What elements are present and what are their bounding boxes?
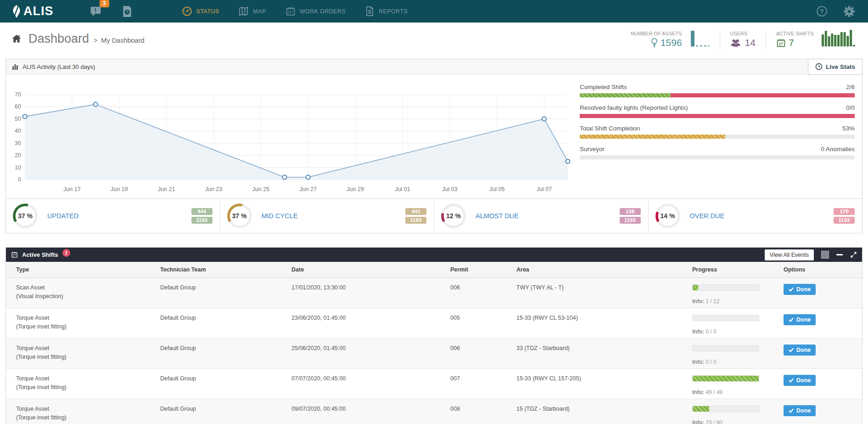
svg-text:70: 70 <box>15 91 21 98</box>
nav-item-map[interactable]: MAP <box>238 6 266 17</box>
breadcrumb-bar: Dashboard > My Dashboard NUMBER OF ASSET… <box>0 23 868 55</box>
gauge-card: 14 %OVER DUE1701193 <box>648 199 862 233</box>
cell-technician-team: Default Group <box>160 369 291 399</box>
cell-area: 33 (TDZ - Starboard) <box>516 339 692 368</box>
alis-logo[interactable]: ALIS <box>11 4 54 18</box>
svg-text:Jun 21: Jun 21 <box>158 186 175 192</box>
page-title[interactable]: Dashboard <box>28 32 89 46</box>
progress-info: Info: 0 / 0 <box>692 358 784 367</box>
cell-permit: 008 <box>450 399 516 424</box>
live-stat-label: Total Shift Completion <box>580 125 640 132</box>
stat-bar-segment <box>580 93 671 97</box>
expand-icon[interactable] <box>850 251 857 258</box>
gauge-label-link[interactable]: UPDATED <box>47 212 191 220</box>
lightbulb-icon <box>651 38 658 48</box>
clock-icon <box>815 63 823 70</box>
svg-text:10: 10 <box>15 164 21 171</box>
gauge-total-badge: 1193 <box>834 217 855 224</box>
help-icon[interactable]: ? <box>816 6 828 17</box>
cell-permit: 006 <box>450 278 516 308</box>
cell-date: 17/01/2020, 13:30:00 <box>291 278 450 308</box>
nav-item-status[interactable]: STATUS <box>182 6 219 17</box>
active-shifts-count-badge[interactable]: 7 <box>62 249 70 257</box>
stat-active-shifts: ACTIVE SHIFTS 7 <box>776 31 814 48</box>
progress-fill <box>693 376 759 381</box>
svg-text:Jun 27: Jun 27 <box>299 186 317 192</box>
done-button[interactable]: Done <box>784 345 816 356</box>
live-stat-value: 53% <box>842 125 855 132</box>
breadcrumb-separator: > <box>94 37 97 44</box>
cell-date: 09/07/2020, 00:45:00 <box>291 399 450 424</box>
gauge-badges: 1381193 <box>620 208 641 224</box>
progress-bar <box>692 375 759 382</box>
gauge-label-link[interactable]: ALMOST DUE <box>476 212 620 220</box>
svg-text:Jun 25: Jun 25 <box>252 186 270 192</box>
svg-text:Jun 29: Jun 29 <box>347 186 364 192</box>
report-clock-icon[interactable] <box>122 6 132 17</box>
live-stat-label: Resolved faulty lights (Reported Lights) <box>580 104 688 111</box>
stat-bar-segment <box>725 135 855 139</box>
bar-chart-icon <box>12 63 18 70</box>
stat-number-of-assets: NUMBER OF ASSETS 1596 <box>631 31 682 48</box>
live-stat-value: 2/6 <box>846 84 855 90</box>
cell-technician-team: Default Group <box>160 339 291 368</box>
shift-table-row[interactable]: Torque Asset(Torque inset fitting)Defaul… <box>6 399 862 424</box>
gauge-label-link[interactable]: OVER DUE <box>690 212 834 220</box>
cell-technician-team: Default Group <box>160 278 291 308</box>
col-header-area: Area <box>516 266 692 273</box>
col-header-date: Date <box>291 266 450 273</box>
panel-legend-square-icon[interactable] <box>821 251 829 259</box>
breadcrumb-subtitle[interactable]: My Dashboard <box>101 37 144 44</box>
gauge-percent: 12 % <box>441 203 466 229</box>
live-stat-value: 0 Anomalies <box>821 146 855 153</box>
nav-item-work-orders[interactable]: WORK ORDERS <box>286 6 346 17</box>
gauge-badges: 4411193 <box>405 208 426 224</box>
gauge-donut: 37 % <box>12 203 38 229</box>
live-stat-row: Total Shift Completion53% <box>580 125 855 139</box>
done-button[interactable]: Done <box>784 405 816 416</box>
assets-sparkline <box>689 29 710 48</box>
notifications-chat-icon[interactable]: ! 3 <box>90 6 102 17</box>
svg-text:?: ? <box>820 8 823 15</box>
shift-table-row[interactable]: Torque Asset(Torque inset fitting)Defaul… <box>6 369 862 399</box>
main-nav: STATUS MAP WORK ORDERS REPORTS <box>182 6 427 17</box>
active-shifts-title: Active Shifts <box>22 251 58 258</box>
gauge-total-badge: 1193 <box>191 217 213 224</box>
live-stat-label: Completed Shifts <box>580 84 627 90</box>
live-stats-button[interactable]: Live Stats <box>808 59 862 75</box>
done-button[interactable]: Done <box>784 284 816 295</box>
shift-table-row[interactable]: Torque Asset(Torque inset fitting)Defaul… <box>6 308 862 339</box>
cell-technician-team: Default Group <box>160 399 291 424</box>
cell-area: 15-33 (RWY CL 157-205) <box>516 369 692 399</box>
shift-table-row[interactable]: Scan Asset(Visual Inspection)Default Gro… <box>6 278 862 308</box>
settings-gear-icon[interactable] <box>843 6 855 17</box>
home-icon[interactable] <box>11 33 22 44</box>
shift-table-row[interactable]: Torque Asset(Torque inset fitting)Defaul… <box>6 339 862 369</box>
svg-text:Jul 07: Jul 07 <box>537 186 552 192</box>
cell-type: Torque Asset(Torque inset fitting) <box>6 369 160 399</box>
live-stat-row: Completed Shifts2/6 <box>580 84 855 97</box>
cell-progress: Info: 49 / 49 <box>692 369 784 399</box>
shifts-table-body: Scan Asset(Visual Inspection)Default Gro… <box>6 278 862 424</box>
stat-bar-segment <box>580 114 855 118</box>
stat-bar-segment <box>580 135 725 139</box>
svg-text:Jun 19: Jun 19 <box>111 186 128 192</box>
done-button[interactable]: Done <box>784 314 816 325</box>
cell-progress: Info: 15 / 60 <box>692 399 784 424</box>
progress-info: Info: 15 / 60 <box>692 418 784 424</box>
progress-info: Info: 1 / 12 <box>692 297 784 306</box>
stat-bar-segment <box>671 93 855 97</box>
cell-permit: 007 <box>450 369 516 399</box>
minimize-icon[interactable] <box>836 254 843 255</box>
col-header-progress: Progress <box>692 266 784 273</box>
activity-panel: ALIS Activity (Last 30 days) Live Stats … <box>6 59 862 233</box>
gauge-label-link[interactable]: MID CYCLE <box>262 212 406 220</box>
cell-progress: Info: 0 / 0 <box>692 339 784 368</box>
done-button[interactable]: Done <box>784 375 816 386</box>
cell-area: 15-33 (RWY CL 53-104) <box>516 308 692 338</box>
gauge-percent: 37 % <box>12 203 38 229</box>
active-shifts-panel: Active Shifts 7 View All Events Type Tec… <box>6 247 862 424</box>
nav-item-reports[interactable]: REPORTS <box>365 6 408 17</box>
active-shifts-value: 7 <box>789 37 794 48</box>
view-all-events-button[interactable]: View All Events <box>765 249 814 260</box>
